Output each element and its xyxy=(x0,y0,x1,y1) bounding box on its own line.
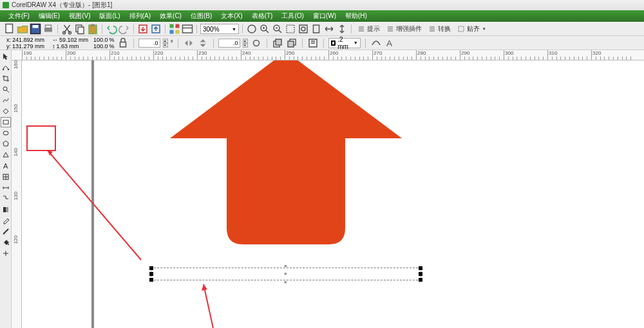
svg-rect-8 xyxy=(78,27,84,34)
polygon-tool-icon[interactable] xyxy=(1,139,11,149)
import-icon[interactable] xyxy=(137,24,149,34)
w-value[interactable]: 59.102 mm xyxy=(59,37,88,43)
menu-view[interactable]: 视图(V) xyxy=(64,12,95,21)
plugin-docker-button[interactable]: 增强插件 xyxy=(384,24,424,34)
snap-docker-button[interactable]: 贴齐▾ xyxy=(455,24,488,34)
menu-effects[interactable]: 效果(C) xyxy=(155,12,186,21)
zoom-out-icon[interactable] xyxy=(272,24,283,34)
interactive-fill-tool-icon[interactable] xyxy=(1,248,11,259)
smart-fill-tool-icon[interactable] xyxy=(1,106,11,116)
menu-bitmap[interactable]: 位图(B) xyxy=(186,12,216,21)
eyedropper-tool-icon[interactable] xyxy=(1,215,11,226)
horizontal-ruler[interactable]: 1902002102202302402502602702802903003103… xyxy=(12,50,644,60)
to-front-icon[interactable] xyxy=(272,38,283,48)
zoom-height-icon[interactable] xyxy=(336,24,348,34)
zoom-selection-icon[interactable] xyxy=(285,24,296,34)
outline-width-combo[interactable]: .2 mm▼ xyxy=(328,38,361,48)
canvas[interactable]: × × × xyxy=(22,60,644,328)
convert-curves-icon[interactable] xyxy=(370,38,382,48)
svg-rect-0 xyxy=(6,24,13,33)
menu-layout[interactable]: 版面(L) xyxy=(95,12,124,21)
handle-ml[interactable] xyxy=(149,272,153,276)
basic-shapes-tool-icon[interactable] xyxy=(1,150,11,160)
table-tool-icon[interactable] xyxy=(1,172,11,182)
svg-point-19 xyxy=(248,25,256,33)
text-frame-selection[interactable]: × × × xyxy=(151,268,421,280)
menu-file[interactable]: 文件(F) xyxy=(4,12,34,21)
arrow-shape[interactable] xyxy=(164,60,408,251)
outline-tool-icon[interactable] xyxy=(1,226,11,237)
position-block: x:241.892 mm y:131.279 mm xyxy=(4,37,47,50)
interactive-tool-icon[interactable] xyxy=(1,205,11,215)
scale-y[interactable]: 100.0 xyxy=(93,43,108,50)
menu-edit[interactable]: 编辑(E) xyxy=(34,12,64,21)
app-launcher-icon[interactable] xyxy=(169,24,180,34)
crop-tool-icon[interactable] xyxy=(1,73,11,84)
svg-rect-10 xyxy=(91,24,95,26)
zoom-in-icon[interactable] xyxy=(259,24,270,34)
shape-tool-icon[interactable] xyxy=(1,62,11,73)
zoom-width-icon[interactable] xyxy=(323,24,335,34)
undo-icon[interactable] xyxy=(106,24,117,34)
menu-text[interactable]: 文本(X) xyxy=(216,12,247,21)
svg-rect-4 xyxy=(46,25,52,28)
x-value[interactable]: 241.892 mm xyxy=(12,37,44,43)
text-tool-icon[interactable]: A xyxy=(1,161,11,171)
menu-window[interactable]: 窗口(W) xyxy=(308,12,341,21)
handle-bl[interactable] xyxy=(149,278,153,282)
lock-ratio-icon[interactable] xyxy=(117,38,129,48)
fill-tool-icon[interactable] xyxy=(1,237,11,248)
mirror-h-icon[interactable] xyxy=(183,38,194,48)
ellipse-tool-icon[interactable] xyxy=(1,128,11,138)
copy-icon[interactable] xyxy=(74,24,86,34)
handle-br[interactable] xyxy=(419,278,422,282)
redo-icon[interactable] xyxy=(118,24,130,34)
to-back-icon[interactable] xyxy=(286,38,298,48)
zoom-all-icon[interactable] xyxy=(298,24,309,34)
nudge-input[interactable]: .0 xyxy=(218,39,240,48)
separator xyxy=(102,24,102,33)
hint-docker-button[interactable]: 提示 xyxy=(355,24,383,34)
snap-icon[interactable] xyxy=(246,24,258,34)
new-icon[interactable] xyxy=(4,24,15,34)
zoom-tool-icon[interactable] xyxy=(1,84,11,95)
scale-x[interactable]: 100.0 xyxy=(93,37,108,43)
menu-arrange[interactable]: 排列(A) xyxy=(125,12,155,21)
h-value[interactable]: 1.63 mm xyxy=(57,43,79,50)
wrap-text-icon[interactable] xyxy=(307,38,319,48)
convert-docker-button[interactable]: 转换 xyxy=(426,24,453,34)
svg-rect-13 xyxy=(170,24,174,28)
y-value[interactable]: 131.279 mm xyxy=(12,43,44,50)
menu-help[interactable]: 帮助(H) xyxy=(341,12,372,21)
mirror-v-icon[interactable] xyxy=(197,38,209,48)
vertical-ruler[interactable]: 160150140130120 xyxy=(12,60,22,328)
handle-mr[interactable] xyxy=(419,272,422,276)
freehand-tool-icon[interactable] xyxy=(1,95,11,105)
rotation-input[interactable]: .0 xyxy=(138,39,160,48)
zoom-page-icon[interactable] xyxy=(310,24,322,34)
handle-tl[interactable] xyxy=(149,266,153,270)
handle-tm[interactable]: × xyxy=(284,263,287,269)
open-icon[interactable] xyxy=(17,24,28,34)
cut-icon[interactable] xyxy=(61,24,73,34)
nudge-options-icon[interactable] xyxy=(251,38,262,48)
edit-text-icon[interactable]: A xyxy=(384,38,396,48)
paste-icon[interactable] xyxy=(87,24,99,34)
save-icon[interactable] xyxy=(30,24,41,34)
welcome-screen-icon[interactable] xyxy=(182,24,193,34)
handle-tr[interactable] xyxy=(419,266,422,270)
rotation-spinner[interactable]: ▴▾ xyxy=(163,39,168,48)
zoom-combo[interactable]: 300%▼ xyxy=(200,24,239,34)
export-icon[interactable] xyxy=(150,24,162,34)
print-icon[interactable] xyxy=(43,24,54,34)
center-mark[interactable]: × xyxy=(284,271,287,277)
nudge-spinner[interactable]: ▴▾ xyxy=(243,39,248,48)
dimension-tool-icon[interactable] xyxy=(1,183,11,193)
rectangle-tool-icon[interactable] xyxy=(1,117,11,127)
connector-tool-icon[interactable] xyxy=(1,194,11,204)
handle-bm[interactable]: × xyxy=(284,279,287,285)
pick-tool-icon[interactable] xyxy=(1,51,11,62)
menu-tools[interactable]: 工具(O) xyxy=(277,12,308,21)
svg-point-66 xyxy=(8,244,9,245)
menu-table[interactable]: 表格(T) xyxy=(247,12,278,21)
